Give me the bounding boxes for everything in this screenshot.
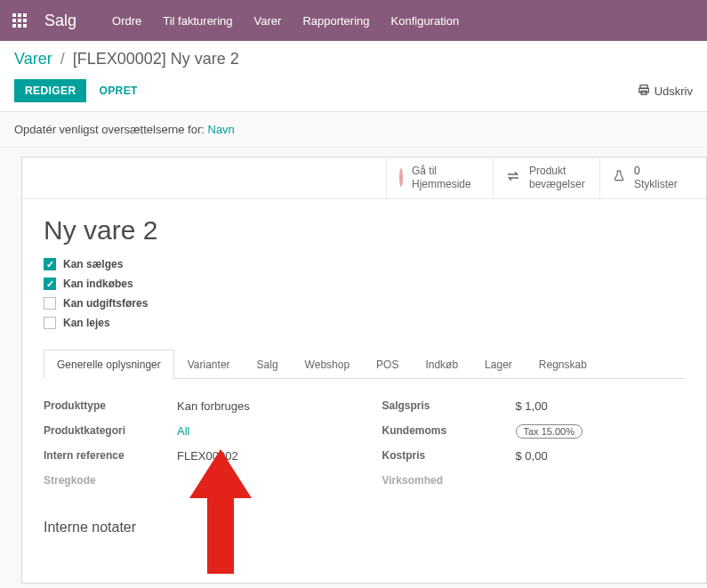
tab-inventory[interactable]: Lager [471, 350, 526, 379]
globe-icon [399, 170, 403, 186]
col-left: Produkttype Kan forbruges Produktkategor… [44, 397, 347, 496]
row-customer-tax: Kundemoms Tax 15.00% [382, 422, 686, 439]
stat-moves[interactable]: Produktbevægelser [493, 157, 599, 198]
tab-variants[interactable]: Varianter [174, 350, 244, 379]
flask-icon [613, 169, 625, 187]
edit-button[interactable]: REDIGER [14, 79, 86, 102]
checkbox-icon: ✓ [44, 278, 56, 290]
tab-general[interactable]: Generelle oplysninger [44, 350, 174, 379]
print-button[interactable]: Udskriv [638, 84, 693, 99]
stat-bom[interactable]: 0Styklister [599, 157, 706, 198]
stat-buttons: Gå tilHjemmeside Produktbevægelser 0Styk… [22, 157, 706, 199]
breadcrumb-bar: Varer / [FLEX00002] Ny vare 2 REDIGER OP… [0, 41, 707, 112]
flag-label: Kan sælges [63, 258, 123, 270]
stat-line1: Gå til [412, 165, 471, 178]
stat-count: 0 [634, 165, 678, 178]
label-product-type: Produkttype [44, 399, 177, 412]
menu-varer[interactable]: Varer [254, 14, 282, 28]
product-flags: ✓ Kan sælges ✓ Kan indkøbes Kan udgiftsf… [44, 258, 685, 329]
menu-konfiguration[interactable]: Konfiguration [391, 14, 460, 28]
checkbox-icon: ✓ [44, 258, 56, 270]
apps-icon[interactable] [12, 13, 27, 28]
tab-sales[interactable]: Salg [244, 350, 292, 379]
menu-rapportering[interactable]: Rapportering [302, 14, 369, 28]
tab-purchase[interactable]: Indkøb [412, 350, 471, 379]
internal-notes-heading: Interne notater [44, 520, 685, 536]
row-barcode: Stregkode [44, 471, 347, 489]
actions-row: REDIGER OPRET Udskriv [14, 79, 693, 111]
stat-website[interactable]: Gå tilHjemmeside [386, 157, 493, 198]
breadcrumb: Varer / [FLEX00002] Ny vare 2 [14, 50, 693, 68]
print-icon [638, 84, 650, 99]
value-category[interactable]: All [177, 424, 189, 438]
stat-line1: Produkt [529, 165, 585, 178]
label-customer-tax: Kundemoms [382, 424, 516, 437]
label-barcode: Stregkode [44, 474, 177, 487]
flag-can-rent[interactable]: Kan lejes [44, 317, 685, 329]
form-sheet: Gå tilHjemmeside Produktbevægelser 0Styk… [21, 157, 707, 584]
flag-can-sell[interactable]: ✓ Kan sælges [44, 258, 685, 270]
tax-tag[interactable]: Tax 15.00% [516, 424, 582, 439]
menu-ordre[interactable]: Ordre [112, 14, 141, 28]
label-internal-ref: Intern reference [44, 449, 177, 462]
row-cost: Kostpris $ 0,00 [382, 447, 686, 464]
print-label: Udskriv [655, 85, 693, 98]
create-button[interactable]: OPRET [99, 85, 137, 97]
row-product-type: Produkttype Kan forbruges [44, 397, 347, 415]
main-menu: Ordre Til fakturering Varer Rapportering… [112, 14, 459, 28]
breadcrumb-separator: / [60, 50, 65, 68]
tabs: Generelle oplysninger Varianter Salg Web… [44, 349, 685, 379]
svg-rect-1 [639, 88, 648, 93]
checkbox-icon [44, 317, 56, 329]
label-salesprice: Salgspris [382, 399, 516, 412]
stat-line2: bevægelser [529, 178, 585, 191]
alert-text: Opdatér venligst oversættelserne for: [14, 123, 208, 136]
value-salesprice: $ 1,00 [516, 399, 548, 413]
flag-can-expense[interactable]: Kan udgiftsføres [44, 297, 685, 310]
flag-label: Kan indkøbes [63, 278, 133, 290]
swap-icon [506, 169, 520, 187]
tab-pos[interactable]: POS [363, 350, 412, 379]
flag-label: Kan udgiftsføres [63, 297, 148, 310]
breadcrumb-current: [FLEX00002] Ny vare 2 [73, 50, 239, 68]
col-right: Salgspris $ 1,00 Kundemoms Tax 15.00% Ko… [382, 397, 686, 496]
alert-link[interactable]: Navn [208, 123, 235, 136]
tab-accounting[interactable]: Regnskab [526, 350, 600, 379]
label-company: Virksomhed [382, 474, 516, 487]
product-title: Ny vare 2 [44, 215, 685, 246]
value-cost: $ 0,00 [516, 449, 548, 463]
row-internal-ref: Intern reference FLEX00002 [44, 447, 347, 464]
row-company: Virksomhed [382, 471, 686, 489]
menu-til-fakturering[interactable]: Til fakturering [163, 14, 232, 28]
stat-line2: Hjemmeside [412, 178, 471, 191]
stat-line2: Styklister [634, 178, 678, 191]
app-brand[interactable]: Salg [44, 12, 76, 30]
row-salesprice: Salgspris $ 1,00 [382, 397, 686, 415]
checkbox-icon [44, 297, 56, 310]
label-category: Produktkategori [44, 424, 177, 437]
flag-label: Kan lejes [63, 317, 110, 329]
flag-can-buy[interactable]: ✓ Kan indkøbes [44, 278, 685, 290]
translation-alert: Opdatér venligst oversættelserne for: Na… [0, 112, 707, 148]
breadcrumb-root[interactable]: Varer [14, 50, 52, 68]
value-product-type: Kan forbruges [177, 399, 250, 413]
tab-webshop[interactable]: Webshop [292, 350, 363, 379]
value-internal-ref: FLEX00002 [177, 449, 238, 463]
top-nav: Salg Ordre Til fakturering Varer Rapport… [0, 0, 707, 41]
label-cost: Kostpris [382, 449, 516, 462]
form-grid: Produkttype Kan forbruges Produktkategor… [44, 379, 685, 496]
row-category: Produktkategori All [44, 422, 347, 439]
